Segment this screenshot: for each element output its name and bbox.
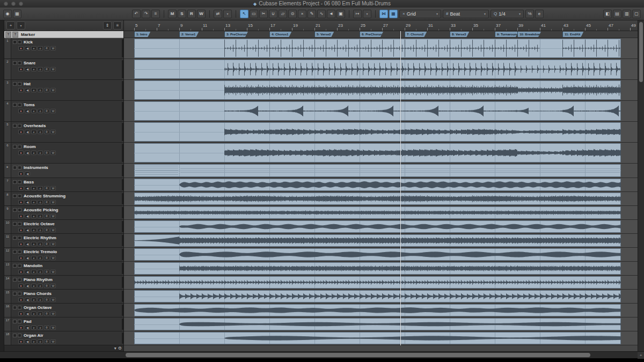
write-automation-button[interactable]: W xyxy=(50,200,56,204)
write-automation-button[interactable]: W xyxy=(50,88,56,92)
track-lane-electric-tremolo[interactable] xyxy=(124,248,638,262)
mute-button[interactable] xyxy=(13,222,17,226)
channel-state-button[interactable]: o xyxy=(38,284,43,288)
track-lane-kick[interactable] xyxy=(124,38,638,59)
channel-state-button[interactable]: o xyxy=(38,130,43,134)
edit-channel-button[interactable]: e xyxy=(31,242,36,246)
track-row-electric-octave[interactable]: 10Electric Octave●◀eoRW xyxy=(4,220,124,234)
write-automation-button[interactable]: W xyxy=(50,242,56,246)
horizontal-scrollbar-thumb[interactable] xyxy=(126,353,590,357)
marker-chip[interactable]: 5: Verse2 xyxy=(314,32,334,37)
horizontal-scrollbar[interactable] xyxy=(124,352,631,359)
monitor-button[interactable]: ◀ xyxy=(25,242,30,246)
solo-button[interactable] xyxy=(18,334,21,337)
edit-channel-button[interactable]: e xyxy=(31,284,36,288)
read-automation-button[interactable]: R xyxy=(44,67,49,71)
solo-button[interactable] xyxy=(18,208,21,212)
track-lane-overheads[interactable] xyxy=(124,122,638,143)
record-enable-button[interactable]: ● xyxy=(18,109,24,113)
track-settings-gear-button[interactable]: ⚙ xyxy=(118,346,122,351)
write-automation-button[interactable]: W xyxy=(50,339,56,344)
line-tool[interactable]: ∿ xyxy=(317,10,326,18)
channel-state-button[interactable]: o xyxy=(38,270,43,274)
mute-button[interactable] xyxy=(13,292,17,295)
track-lane-acoustic-strumming[interactable] xyxy=(124,192,638,206)
solo-button[interactable] xyxy=(18,278,21,282)
fold-tracks-button[interactable]: ▾ xyxy=(114,346,116,351)
track-lane-piano-rhythm[interactable] xyxy=(124,276,638,290)
monitor-button[interactable]: ◀ xyxy=(25,214,30,218)
record-enable-button[interactable]: ● xyxy=(18,270,24,274)
read-automation-button[interactable]: R xyxy=(44,109,49,113)
monitor-button[interactable]: ◀ xyxy=(25,200,30,204)
show-overview-line-button[interactable]: ▥ xyxy=(623,10,631,18)
read-automation-button[interactable]: R xyxy=(44,312,49,316)
solo-button[interactable] xyxy=(18,306,21,309)
record-enable-button[interactable]: ● xyxy=(18,46,24,50)
track-lane-acoustic-picking[interactable] xyxy=(124,206,638,220)
record-enable-button[interactable]: ● xyxy=(18,200,24,204)
track-row-snare[interactable]: 2Snare●◀eoRW xyxy=(4,59,124,80)
monitor-button[interactable]: ◀ xyxy=(25,109,30,113)
monitor-button[interactable]: ◀ xyxy=(25,228,30,232)
read-automation-button[interactable]: R xyxy=(44,298,49,302)
read-automation-button[interactable]: R xyxy=(44,186,49,190)
track-lane-electric-rhythm[interactable] xyxy=(124,234,638,248)
read-automation-button[interactable]: R xyxy=(44,270,49,274)
autoscroll-options-caret[interactable]: ▾ xyxy=(363,10,371,18)
solo-button[interactable] xyxy=(18,292,21,295)
mute-button[interactable] xyxy=(13,236,17,240)
record-enable-button[interactable]: ● xyxy=(18,88,24,92)
monitor-button[interactable]: ◀ xyxy=(25,130,30,134)
track-row-acoustic-picking[interactable]: 9Acoustic Picking●◀eoRW xyxy=(4,206,124,220)
record-enable-button[interactable]: ● xyxy=(18,67,24,71)
marker-chip[interactable]: 11: EndAlt xyxy=(562,32,583,37)
record-enable-button[interactable]: ● xyxy=(18,186,24,190)
mute-all-button[interactable]: M xyxy=(168,10,177,18)
marker-chip[interactable]: 2: Verse1 xyxy=(179,32,199,37)
read-automation-button[interactable]: R xyxy=(44,88,49,92)
snap-type-dropdown[interactable]: × Grid ▾ xyxy=(399,10,441,18)
track-lane-pad[interactable] xyxy=(124,317,638,331)
write-all-automation-button[interactable]: W xyxy=(197,10,206,18)
channel-state-button[interactable]: o xyxy=(38,109,43,113)
channel-state-button[interactable]: o xyxy=(38,326,43,330)
monitor-button[interactable]: ◀ xyxy=(25,46,30,50)
write-automation-button[interactable]: W xyxy=(50,214,56,218)
snap-grid-button[interactable]: ▦ xyxy=(389,10,398,18)
read-automation-button[interactable]: R xyxy=(44,256,49,260)
monitor-button[interactable]: ◀ xyxy=(25,270,30,274)
redo-button[interactable]: ↷ xyxy=(142,10,150,18)
write-automation-button[interactable]: W xyxy=(50,130,56,134)
channel-state-button[interactable]: o xyxy=(38,200,43,204)
track-row-bass[interactable]: 7Bass●◀eoRW xyxy=(4,178,124,192)
write-automation-button[interactable]: W xyxy=(50,109,56,113)
snap-toggle-button[interactable]: ⋈ xyxy=(379,10,388,18)
edit-channel-button[interactable]: e xyxy=(31,67,36,71)
track-row-electric-rhythm[interactable]: 11Electric Rhythm●◀eoRW xyxy=(4,234,124,248)
solo-button[interactable] xyxy=(18,82,21,86)
mute-button[interactable] xyxy=(13,208,17,212)
track-row-organ-octave[interactable]: 16Organ Octave●◀eoRW xyxy=(4,304,124,317)
mute-button[interactable] xyxy=(13,250,17,254)
solo-button[interactable] xyxy=(18,166,21,169)
monitor-button[interactable]: ◀ xyxy=(25,326,30,330)
read-all-automation-button[interactable]: R xyxy=(187,10,196,18)
track-lane-electric-octave[interactable] xyxy=(124,220,638,234)
split-tool[interactable]: ✂ xyxy=(259,10,268,18)
solo-button[interactable] xyxy=(18,222,21,226)
write-automation-button[interactable]: W xyxy=(50,312,56,316)
write-automation-button[interactable]: W xyxy=(50,67,56,71)
mute-button[interactable] xyxy=(13,124,17,128)
write-automation-button[interactable]: W xyxy=(50,186,56,190)
read-automation-button[interactable]: R xyxy=(44,326,49,330)
channel-state-button[interactable]: o xyxy=(38,67,43,71)
edit-channel-button[interactable]: e xyxy=(31,109,36,113)
record-enable-button[interactable]: ● xyxy=(18,298,24,302)
marker-chip[interactable]: 6: PreChorus2 xyxy=(360,32,383,37)
edit-channel-button[interactable]: e xyxy=(31,298,36,302)
channel-state-button[interactable]: o xyxy=(38,242,43,246)
add-track-caret[interactable]: ▾ xyxy=(17,21,25,29)
vertical-scrollbar-thumb[interactable] xyxy=(639,22,643,82)
track-list-settings-button[interactable]: ≡ xyxy=(113,21,122,29)
